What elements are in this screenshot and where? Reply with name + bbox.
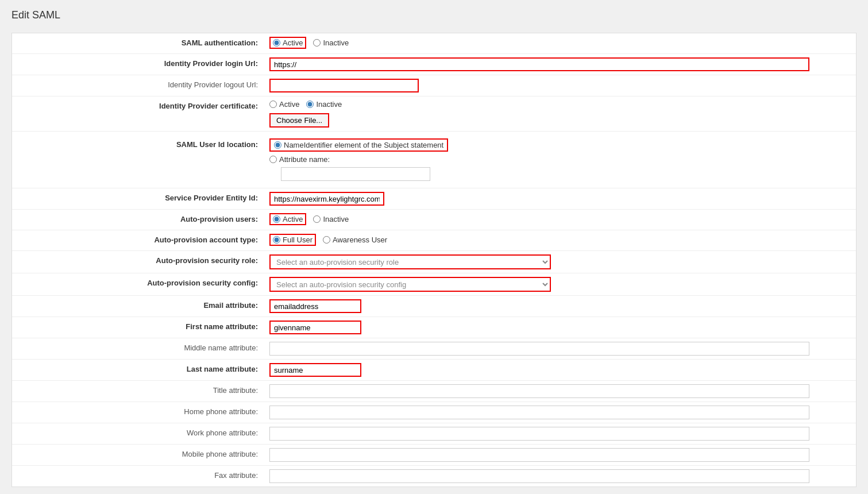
- mobile-phone-attribute-label: Mobile phone attribute:: [12, 445, 265, 464]
- auto-provision-security-role-row: Auto-provision security role: Select an …: [12, 251, 856, 273]
- mobile-phone-attribute-control: [265, 445, 856, 465]
- saml-nameid-label: NameIdentifier element of the Subject st…: [284, 141, 443, 149]
- full-user-label: Full User: [283, 236, 313, 244]
- saml-user-id-row: SAML User Id location: NameIdentifier el…: [12, 132, 856, 188]
- last-name-attribute-control: [265, 360, 856, 380]
- work-phone-attribute-label: Work phone attribute:: [12, 423, 265, 443]
- middle-name-attribute-label: Middle name attribute:: [12, 338, 265, 358]
- fax-attribute-input[interactable]: [269, 469, 809, 483]
- title-attribute-input[interactable]: [269, 384, 809, 398]
- title-attribute-label: Title attribute:: [12, 381, 265, 400]
- idp-logout-url-input[interactable]: [269, 79, 419, 92]
- home-phone-attribute-label: Home phone attribute:: [12, 402, 265, 422]
- idp-cert-active-option[interactable]: Active: [269, 100, 299, 109]
- auto-provision-active-option[interactable]: Active: [269, 213, 306, 225]
- full-user-option[interactable]: Full User: [269, 234, 316, 246]
- saml-auth-label: SAML authentication:: [12, 33, 265, 53]
- saml-auth-inactive-radio[interactable]: [313, 39, 321, 47]
- saml-auth-active-option[interactable]: Active: [269, 37, 306, 49]
- idp-cert-inactive-option[interactable]: Inactive: [306, 100, 342, 109]
- saml-nameid-radio[interactable]: [274, 141, 281, 149]
- auto-provision-security-role-control: Select an auto-provision security role: [265, 251, 856, 273]
- first-name-attribute-label: First name attribute:: [12, 317, 265, 337]
- awareness-user-option[interactable]: Awareness User: [323, 236, 387, 244]
- full-user-radio[interactable]: [273, 236, 280, 244]
- idp-login-url-input[interactable]: [269, 57, 809, 71]
- awareness-user-label: Awareness User: [333, 236, 387, 244]
- idp-login-url-label: Identity Provider login Url:: [12, 54, 265, 74]
- saml-user-id-section: NameIdentifier element of the Subject st…: [269, 138, 448, 181]
- auto-provision-users-radio-group: Active Inactive: [269, 213, 349, 225]
- middle-name-attribute-input[interactable]: [269, 342, 809, 356]
- last-name-attribute-label: Last name attribute:: [12, 360, 265, 379]
- first-name-attribute-row: First name attribute:: [12, 317, 856, 338]
- auto-provision-security-config-label: Auto-provision security config:: [12, 273, 265, 293]
- nameid-highlight-wrapper: NameIdentifier element of the Subject st…: [269, 138, 448, 152]
- saml-auth-inactive-label: Inactive: [323, 38, 349, 47]
- awareness-user-radio[interactable]: [323, 236, 330, 244]
- auto-provision-account-type-radio-group: Full User Awareness User: [269, 234, 387, 246]
- auto-provision-inactive-option[interactable]: Inactive: [313, 215, 349, 223]
- middle-name-attribute-control: [265, 338, 856, 359]
- fax-attribute-row: Fax attribute:: [12, 466, 856, 487]
- last-name-attribute-row: Last name attribute:: [12, 360, 856, 381]
- title-attribute-control: [265, 381, 856, 402]
- saml-auth-row: SAML authentication: Active Inactive: [12, 33, 856, 54]
- idp-logout-url-label: Identity Provider logout Url:: [12, 75, 265, 95]
- saml-auth-active-label: Active: [283, 38, 303, 47]
- service-provider-entity-input[interactable]: [269, 192, 384, 206]
- service-provider-entity-row: Service Provider Entity Id:: [12, 188, 856, 210]
- auto-provision-inactive-label: Inactive: [323, 215, 349, 223]
- email-attribute-row: Email attribute:: [12, 296, 856, 317]
- form-container: SAML authentication: Active Inactive Ide…: [11, 33, 857, 487]
- work-phone-attribute-input[interactable]: [269, 427, 809, 441]
- idp-certificate-radio-group: Active Inactive: [269, 100, 342, 109]
- title-attribute-row: Title attribute:: [12, 381, 856, 402]
- saml-auth-inactive-option[interactable]: Inactive: [313, 38, 349, 47]
- saml-nameid-option[interactable]: NameIdentifier element of the Subject st…: [269, 138, 448, 152]
- auto-provision-users-label: Auto-provision users:: [12, 210, 265, 229]
- auto-provision-inactive-radio[interactable]: [313, 215, 321, 223]
- saml-attribute-label: Attribute name:: [279, 155, 330, 164]
- idp-logout-url-control: [265, 75, 856, 96]
- saml-auth-active-radio[interactable]: [273, 39, 280, 47]
- service-provider-entity-label: Service Provider Entity Id:: [12, 188, 265, 208]
- idp-certificate-label: Identity Provider certificate:: [12, 97, 265, 116]
- work-phone-attribute-row: Work phone attribute:: [12, 423, 856, 445]
- work-phone-attribute-control: [265, 423, 856, 444]
- auto-provision-security-role-select[interactable]: Select an auto-provision security role: [269, 254, 551, 269]
- mobile-phone-attribute-row: Mobile phone attribute:: [12, 445, 856, 466]
- attribute-name-input[interactable]: [281, 167, 430, 181]
- service-provider-entity-control: [265, 188, 856, 209]
- attribute-input-wrapper: [281, 167, 448, 181]
- fax-attribute-control: [265, 466, 856, 487]
- auto-provision-account-type-label: Auto-provision account type:: [12, 230, 265, 250]
- auto-provision-users-control: Active Inactive: [265, 210, 856, 229]
- idp-cert-inactive-label: Inactive: [316, 100, 342, 109]
- idp-logout-url-row: Identity Provider logout Url:: [12, 75, 856, 97]
- last-name-attribute-input[interactable]: [269, 363, 361, 377]
- saml-attribute-option[interactable]: Attribute name:: [269, 155, 448, 164]
- idp-certificate-row: Identity Provider certificate: Active In…: [12, 97, 856, 132]
- auto-provision-active-radio[interactable]: [273, 215, 280, 223]
- auto-provision-security-config-select[interactable]: Select an auto-provision security config: [269, 277, 551, 292]
- email-attribute-input[interactable]: [269, 299, 361, 313]
- idp-login-url-row: Identity Provider login Url:: [12, 54, 856, 75]
- saml-attribute-radio[interactable]: [269, 156, 277, 163]
- first-name-attribute-input[interactable]: [269, 321, 361, 334]
- mobile-phone-attribute-input[interactable]: [269, 448, 809, 462]
- choose-file-button[interactable]: Choose File...: [269, 113, 329, 128]
- home-phone-attribute-input[interactable]: [269, 406, 809, 419]
- fax-attribute-label: Fax attribute:: [12, 466, 265, 485]
- first-name-attribute-control: [265, 317, 856, 338]
- auto-provision-security-config-control: Select an auto-provision security config: [265, 273, 856, 295]
- idp-login-url-control: [265, 54, 856, 75]
- auto-provision-account-type-control: Full User Awareness User: [265, 230, 856, 249]
- idp-cert-active-radio[interactable]: [269, 101, 277, 108]
- saml-user-id-label: SAML User Id location:: [12, 135, 265, 155]
- idp-cert-inactive-radio[interactable]: [306, 101, 314, 108]
- idp-cert-active-label: Active: [279, 100, 299, 109]
- middle-name-attribute-row: Middle name attribute:: [12, 338, 856, 360]
- saml-user-id-control: NameIdentifier element of the Subject st…: [265, 135, 856, 184]
- home-phone-attribute-row: Home phone attribute:: [12, 402, 856, 423]
